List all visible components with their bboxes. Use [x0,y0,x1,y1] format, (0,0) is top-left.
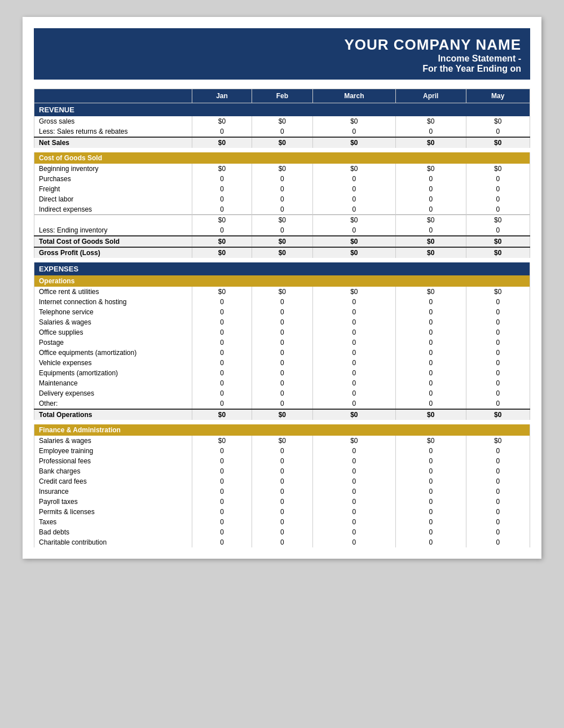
total-operations-row: Total Operations $0 $0 $0 $0 $0 [34,409,530,420]
net-sales-row: Net Sales $0 $0 $0 $0 $0 [34,137,530,148]
office-rent-row: Office rent & utilities $0 $0 $0 $0 $0 [34,287,530,297]
net-sales-april: $0 [395,137,466,148]
col-header-april: April [395,89,466,103]
col-header-jan: Jan [192,89,252,103]
col-header-march: March [312,89,395,103]
office-equipment-row: Office equipments (amortization) 0 0 0 0… [34,348,530,358]
net-sales-jan: $0 [192,137,252,148]
taxes-row: Taxes 0 0 0 0 0 [34,517,530,527]
col-header-may: May [466,89,530,103]
beginning-inventory-label: Beginning inventory [34,164,192,174]
operations-subsection-header: Operations [34,275,530,287]
freight-row: Freight 0 0 0 0 0 [34,184,530,194]
company-title: YOUR COMPANY NAME [43,36,521,54]
sales-returns-jan: 0 [192,126,252,137]
vehicle-expenses-row: Vehicle expenses 0 0 0 0 0 [34,358,530,368]
spacer3 [34,420,530,424]
employee-training-row: Employee training 0 0 0 0 0 [34,446,530,456]
net-sales-march: $0 [312,137,395,148]
bad-debts-row: Bad debts 0 0 0 0 0 [34,527,530,537]
delivery-expenses-row: Delivery expenses 0 0 0 0 0 [34,388,530,398]
bank-charges-row: Bank charges 0 0 0 0 0 [34,466,530,476]
gross-profit-row: Gross Profit (Loss) $0 $0 $0 $0 $0 [34,247,530,258]
direct-labor-row: Direct labor 0 0 0 0 0 [34,194,530,204]
net-sales-label: Net Sales [34,137,192,148]
sales-returns-label: Less: Sales returns & rebates [34,126,192,137]
header: YOUR COMPANY NAME Income Statement - For… [34,28,530,80]
spacer2 [34,258,530,262]
cogs-subtotal-row: $0 $0 $0 $0 $0 [34,215,530,226]
spacer1 [34,148,530,152]
purchases-row: Purchases 0 0 0 0 0 [34,174,530,184]
net-sales-feb: $0 [252,137,312,148]
gross-sales-jan: $0 [192,116,252,126]
beginning-inventory-row: Beginning inventory $0 $0 $0 $0 $0 [34,164,530,174]
gross-sales-label: Gross sales [34,116,192,126]
insurance-row: Insurance 0 0 0 0 0 [34,486,530,497]
professional-fees-row: Professional fees 0 0 0 0 0 [34,456,530,466]
total-cogs-row: Total Cost of Goods Sold $0 $0 $0 $0 $0 [34,236,530,247]
salaries-wages-ops-row: Salaries & wages 0 0 0 0 0 [34,317,530,327]
less-ending-inventory-row: Less: Ending inventory 0 0 0 0 0 [34,225,530,236]
gross-sales-march: $0 [312,116,395,126]
gross-sales-feb: $0 [252,116,312,126]
gross-sales-row: Gross sales $0 $0 $0 $0 $0 [34,116,530,126]
postage-row: Postage 0 0 0 0 0 [34,337,530,348]
expenses-section-header: EXPENSES [34,262,530,275]
sales-returns-may: 0 [466,126,530,137]
charitable-contribution-row: Charitable contribution 0 0 0 0 0 [34,537,530,547]
internet-connection-row: Internet connection & hosting 0 0 0 0 0 [34,297,530,307]
statement-period: For the Year Ending on [43,64,521,74]
equipments-amort-row: Equipments (amortization) 0 0 0 0 0 [34,368,530,378]
office-supplies-row: Office supplies 0 0 0 0 0 [34,327,530,337]
sales-returns-april: 0 [395,126,466,137]
gross-sales-april: $0 [395,116,466,126]
cogs-section-header: Cost of Goods Sold [34,152,530,164]
gross-sales-may: $0 [466,116,530,126]
maintenance-row: Maintenance 0 0 0 0 0 [34,378,530,388]
sales-returns-march: 0 [312,126,395,137]
finance-subsection-header: Finance & Administration [34,424,530,436]
sales-returns-row: Less: Sales returns & rebates 0 0 0 0 0 [34,126,530,137]
payroll-taxes-row: Payroll taxes 0 0 0 0 0 [34,497,530,507]
net-sales-may: $0 [466,137,530,148]
telephone-row: Telephone service 0 0 0 0 0 [34,307,530,317]
revenue-section-header: REVENUE [34,103,530,117]
sales-returns-feb: 0 [252,126,312,137]
statement-title: Income Statement - [43,54,521,64]
permits-licenses-row: Permits & licenses 0 0 0 0 0 [34,507,530,517]
income-statement-table: Jan Feb March April May REVENUE Gross sa… [34,89,530,547]
salaries-wages-fin-row: Salaries & wages $0 $0 $0 $0 $0 [34,436,530,446]
page: YOUR COMPANY NAME Income Statement - For… [23,17,541,559]
credit-card-fees-row: Credit card fees 0 0 0 0 0 [34,476,530,486]
col-header-feb: Feb [252,89,312,103]
other-ops-row: Other: 0 0 0 0 0 [34,398,530,409]
col-header-label [34,89,192,103]
indirect-expenses-row: Indirect expenses 0 0 0 0 0 [34,204,530,215]
